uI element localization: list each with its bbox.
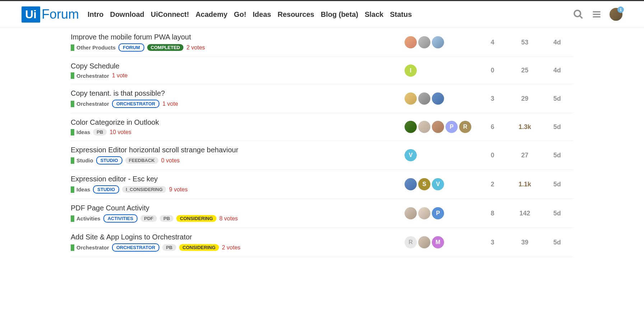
poster-avatar[interactable] xyxy=(432,121,444,133)
replies-stat[interactable]: 6 xyxy=(476,123,509,131)
poster-avatar[interactable] xyxy=(418,92,430,105)
topic-title[interactable]: Improve the mobile forum PWA layout xyxy=(71,33,405,41)
category[interactable]: Ideas xyxy=(71,129,90,135)
activity-stat[interactable]: 5d xyxy=(541,239,573,246)
category[interactable]: Orchestrator xyxy=(71,244,109,251)
activity-stat[interactable]: 5d xyxy=(541,210,573,217)
topic-title[interactable]: Expression editor - Esc key xyxy=(71,175,405,183)
replies-stat[interactable]: 0 xyxy=(476,67,509,74)
poster-avatar[interactable]: M xyxy=(432,236,444,248)
category[interactable]: Studio xyxy=(71,157,93,164)
activity-stat[interactable]: 5d xyxy=(541,95,573,103)
views-stat[interactable]: 25 xyxy=(509,67,541,74)
tag[interactable]: STUDIO xyxy=(96,156,122,165)
category[interactable]: Orchestrator xyxy=(71,101,109,107)
topic-meta: StudioSTUDIOFEEDBACK0 votes xyxy=(71,156,405,165)
replies-stat[interactable]: 0 xyxy=(476,152,509,159)
category-name: Activities xyxy=(76,215,101,222)
nav-link[interactable]: Resources xyxy=(277,10,314,19)
replies-stat[interactable]: 3 xyxy=(476,95,509,103)
logo[interactable]: Ui Forum xyxy=(22,6,79,23)
nav-link[interactable]: Download xyxy=(110,10,144,19)
poster-avatar[interactable]: V xyxy=(405,149,417,161)
activity-stat[interactable]: 5d xyxy=(541,123,573,131)
category[interactable]: Other Products xyxy=(71,44,116,51)
tag[interactable]: CONSIDERING xyxy=(179,244,219,251)
tag[interactable]: FORUM xyxy=(118,43,144,52)
nav-link[interactable]: Intro xyxy=(88,10,103,19)
menu-icon[interactable] xyxy=(592,9,602,19)
poster-avatar[interactable]: P xyxy=(432,207,444,219)
activity-stat[interactable]: 5d xyxy=(541,152,573,159)
tag[interactable]: CONSIDERING xyxy=(176,215,216,222)
tag[interactable]: STUDIO xyxy=(93,185,119,194)
activity-stat[interactable]: 4d xyxy=(541,39,573,46)
posters xyxy=(405,36,476,48)
views-stat[interactable]: 29 xyxy=(509,95,541,103)
tag[interactable]: PB xyxy=(162,244,176,251)
replies-stat[interactable]: 3 xyxy=(476,239,509,246)
tag[interactable]: FEEDBACK xyxy=(125,157,158,164)
poster-avatar[interactable]: S xyxy=(418,178,430,190)
svg-line-1 xyxy=(580,16,583,19)
poster-avatar[interactable] xyxy=(418,236,430,248)
tag[interactable]: I_CONSIDERING xyxy=(122,186,166,193)
views-stat[interactable]: 53 xyxy=(509,39,541,46)
nav-link[interactable]: Blog (beta) xyxy=(321,10,358,19)
tag[interactable]: PB xyxy=(160,215,173,222)
tag[interactable]: ORCHESTRATOR xyxy=(112,100,160,108)
nav-link[interactable]: Academy xyxy=(196,10,228,19)
poster-avatar[interactable] xyxy=(405,36,417,48)
category[interactable]: Activities xyxy=(71,215,101,222)
topic-title[interactable]: Add Site & App Logins to Orchestrator xyxy=(71,233,405,241)
tag[interactable]: ACTIVITIES xyxy=(103,214,138,223)
category[interactable]: Orchestrator xyxy=(71,72,109,79)
poster-avatar[interactable] xyxy=(405,207,417,219)
category-color xyxy=(71,44,74,51)
nav-link[interactable]: Status xyxy=(390,10,412,19)
views-stat[interactable]: 1.1k xyxy=(509,181,541,188)
topic-title[interactable]: Color Categorize in Outlook xyxy=(71,118,405,127)
tag[interactable]: PDF xyxy=(140,215,157,222)
user-avatar[interactable]: 1 xyxy=(610,8,622,21)
replies-stat[interactable]: 2 xyxy=(476,181,509,188)
activity-stat[interactable]: 5d xyxy=(541,181,573,188)
replies-stat[interactable]: 4 xyxy=(476,39,509,46)
poster-avatar[interactable] xyxy=(418,121,430,133)
topic-main: Color Categorize in OutlookIdeasPB10 vot… xyxy=(71,118,405,135)
poster-avatar[interactable]: V xyxy=(432,178,444,190)
poster-avatar[interactable] xyxy=(432,36,444,48)
tag[interactable]: ORCHESTRATOR xyxy=(112,243,160,252)
activity-stat[interactable]: 4d xyxy=(541,67,573,74)
category-color xyxy=(71,186,74,193)
search-icon[interactable] xyxy=(573,9,584,20)
topic-title[interactable]: Expression Editor horizontal scroll stra… xyxy=(71,146,405,154)
poster-avatar[interactable] xyxy=(405,121,417,133)
poster-avatar[interactable] xyxy=(405,92,417,105)
tag[interactable]: PB xyxy=(93,129,107,135)
poster-avatar[interactable]: R xyxy=(405,236,417,248)
nav-link[interactable]: Slack xyxy=(365,10,383,19)
vote-count: 1 vote xyxy=(162,101,178,107)
poster-avatar[interactable] xyxy=(432,92,444,105)
views-stat[interactable]: 39 xyxy=(509,239,541,246)
tag[interactable]: COMPLETED xyxy=(147,44,184,51)
topic-title[interactable]: Copy Schedule xyxy=(71,62,405,70)
poster-avatar[interactable] xyxy=(418,207,430,219)
poster-avatar[interactable] xyxy=(418,36,430,48)
nav-link[interactable]: Go! xyxy=(234,10,246,19)
views-stat[interactable]: 27 xyxy=(509,152,541,159)
poster-avatar[interactable]: P xyxy=(445,121,458,133)
poster-avatar[interactable]: R xyxy=(459,121,471,133)
vote-count: 2 votes xyxy=(222,244,241,251)
views-stat[interactable]: 1.3k xyxy=(509,123,541,131)
poster-avatar[interactable]: I xyxy=(405,65,417,77)
views-stat[interactable]: 142 xyxy=(509,210,541,217)
category[interactable]: Ideas xyxy=(71,186,90,193)
topic-title[interactable]: PDF Page Count Activity xyxy=(71,204,405,212)
nav-link[interactable]: UiConnect! xyxy=(151,10,189,19)
poster-avatar[interactable] xyxy=(405,178,417,190)
replies-stat[interactable]: 8 xyxy=(476,210,509,217)
topic-title[interactable]: Copy tenant. is that possible? xyxy=(71,89,405,97)
nav-link[interactable]: Ideas xyxy=(253,10,271,19)
